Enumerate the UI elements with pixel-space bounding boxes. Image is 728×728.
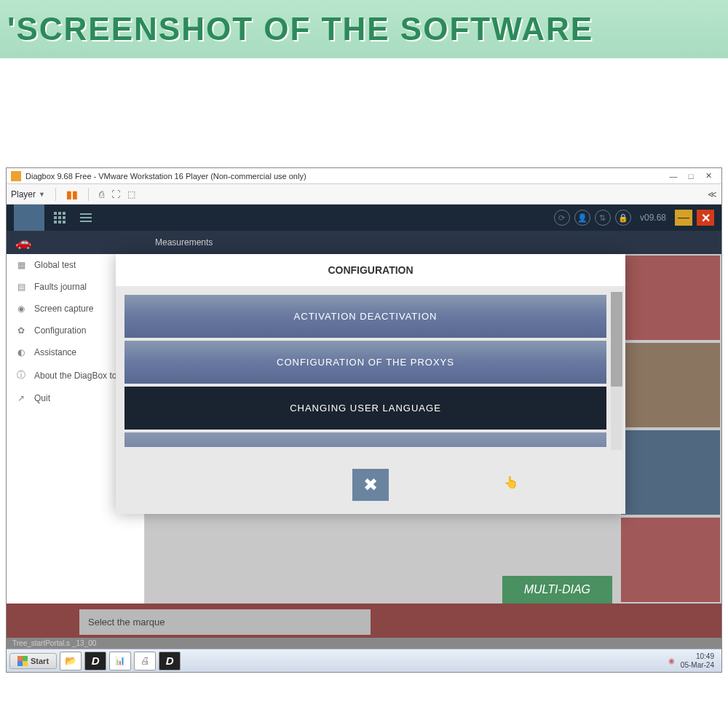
- taskbar-diagbox-1[interactable]: D: [84, 652, 106, 670]
- scroll-thumb[interactable]: [611, 292, 622, 387]
- app-minimize-button[interactable]: —: [675, 210, 692, 226]
- vm-window: Diagbox 9.68 Free - VMware Workstation 1…: [6, 167, 722, 673]
- start-button[interactable]: Start: [9, 653, 57, 669]
- gear-icon: ✿: [15, 325, 27, 336]
- close-modal-button[interactable]: ✖: [352, 469, 389, 501]
- red-bottom-bar: Select the marque: [7, 604, 721, 638]
- help-icon: ◐: [15, 347, 27, 357]
- system-tray: ◉ 10:49 05-Mar-24: [668, 652, 719, 670]
- banner-title: 'SCREENSHOT OF THE SOFTWARE: [7, 11, 593, 47]
- option-proxys[interactable]: CONFIGURATION OF THE PROXYS: [124, 341, 606, 384]
- option-partial[interactable]: [124, 432, 606, 447]
- vm-titlebar: Diagbox 9.68 Free - VMware Workstation 1…: [7, 168, 721, 184]
- scrollbar[interactable]: [611, 292, 622, 450]
- version-label: v09.68: [640, 213, 666, 223]
- app-subheader: 🚗 Measurements: [7, 231, 721, 254]
- tray-icon[interactable]: ◉: [668, 657, 675, 665]
- taskbar-app-2[interactable]: 📊: [109, 652, 131, 670]
- expand-icon[interactable]: ≪: [708, 189, 717, 199]
- brand-tiles: [620, 254, 721, 604]
- list-view-button[interactable]: [75, 209, 97, 226]
- info-icon: ⓘ: [15, 369, 27, 381]
- camera-icon: ◉: [15, 304, 27, 314]
- taskbar: Start 📂 D 📊 🖨 D ◉ 10:49 05-Mar-24: [7, 649, 721, 672]
- modal-title: CONFIGURATION: [116, 254, 625, 286]
- brand-tile-2[interactable]: [621, 343, 720, 427]
- grid-icon: [54, 212, 66, 223]
- window-maximize-icon[interactable]: □: [682, 172, 700, 181]
- taskbar-diagbox-2[interactable]: D: [159, 652, 181, 670]
- menu-box[interactable]: [14, 205, 44, 231]
- player-menu-button[interactable]: Player▼: [11, 189, 45, 199]
- brand-tile-4[interactable]: [621, 518, 720, 602]
- unity-icon[interactable]: ⬚: [127, 189, 135, 199]
- lock-icon[interactable]: 🔒: [615, 210, 631, 226]
- app-header: ⟳ 👤 ⇅ 🔒 v09.68 — ✕: [7, 205, 721, 231]
- window-minimize-icon[interactable]: —: [665, 172, 682, 181]
- chevron-down-icon: ▼: [39, 191, 45, 198]
- modal-footer: ✖: [116, 456, 625, 514]
- test-icon: ▦: [15, 260, 27, 270]
- refresh-icon[interactable]: ⟳: [554, 210, 570, 226]
- pause-icon[interactable]: ▮▮: [66, 189, 78, 200]
- vm-icon: [11, 171, 21, 181]
- user-icon[interactable]: 👤: [574, 210, 590, 226]
- status-bar: Tree_startPortal.s _13_00: [7, 638, 721, 649]
- exit-icon: ↗: [15, 393, 27, 403]
- vm-toolbar: Player▼ ▮▮ ⎙ ⛶ ⬚ ≪: [7, 184, 721, 205]
- option-activation[interactable]: ACTIVATION DEACTIVATION: [124, 295, 606, 338]
- banner: 'SCREENSHOT OF THE SOFTWARE: [0, 0, 728, 58]
- taskbar-explorer[interactable]: 📂: [60, 652, 82, 670]
- configuration-modal: CONFIGURATION ACTIVATION DEACTIVATION CO…: [116, 254, 625, 514]
- modal-body: ACTIVATION DEACTIVATION CONFIGURATION OF…: [116, 286, 625, 456]
- car-icon[interactable]: 🚗: [15, 234, 31, 250]
- marque-select[interactable]: Select the marque: [79, 609, 371, 635]
- clock[interactable]: 10:49 05-Mar-24: [681, 652, 714, 670]
- measurements-tab[interactable]: Measurements: [155, 237, 213, 248]
- vm-title: Diagbox 9.68 Free - VMware Workstation 1…: [25, 172, 306, 181]
- wifi-icon[interactable]: ⇅: [595, 210, 611, 226]
- brand-tile-3[interactable]: [621, 430, 720, 515]
- grid-view-button[interactable]: [49, 209, 71, 226]
- multi-diag-label: MULTI-DIAG: [502, 576, 612, 604]
- app-body: ▦Global test ▤Faults journal ◉Screen cap…: [7, 254, 721, 604]
- brand-tile-1[interactable]: [621, 256, 720, 340]
- send-ctrl-alt-del-icon[interactable]: ⎙: [99, 189, 104, 199]
- fullscreen-icon[interactable]: ⛶: [111, 189, 120, 199]
- taskbar-printer[interactable]: 🖨: [134, 652, 156, 670]
- app-close-button[interactable]: ✕: [697, 210, 714, 226]
- list-icon: [80, 213, 92, 222]
- window-close-icon[interactable]: ✕: [700, 171, 717, 181]
- option-language[interactable]: CHANGING USER LANGUAGE: [124, 387, 606, 430]
- windows-icon: [17, 656, 28, 666]
- journal-icon: ▤: [15, 282, 27, 292]
